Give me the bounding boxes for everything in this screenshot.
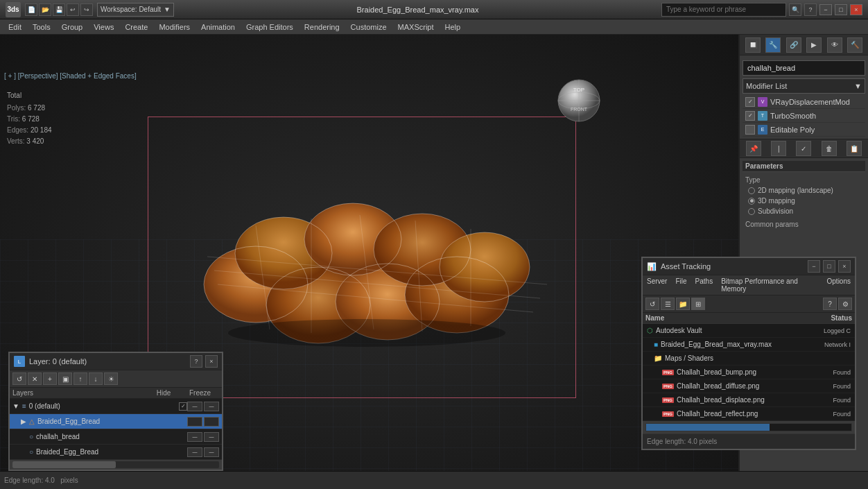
displace-label: Challah_bread_displace.png — [677, 396, 765, 404]
layer-row-default[interactable]: ▼ ≡ 0 (default) ✓ — — — [10, 399, 222, 414]
modifier-turbosmooth[interactable]: ✓ T TurboSmooth — [743, 109, 865, 123]
challah-hide-cell[interactable]: — — [187, 432, 202, 442]
layer-row-braided-obj[interactable]: ○ Braided_Egg_Bread — — — [10, 445, 222, 460]
radio-2d-dot[interactable] — [748, 187, 755, 194]
lp-highlight-button[interactable]: ☀ — [104, 372, 118, 385]
redo-button[interactable]: ↪ — [80, 3, 93, 16]
menu-animation[interactable]: Animation — [196, 22, 241, 33]
lp-delete-button[interactable]: ✕ — [28, 372, 42, 385]
asset-row-displace-name: PNG Challah_bread_displace.png — [662, 396, 795, 404]
asset-panel-min-button[interactable]: − — [808, 260, 820, 273]
asset-row-max-file[interactable]: ■ Braided_Egg_Bread_max_vray.max Network… — [643, 338, 855, 352]
close-button[interactable]: × — [850, 4, 862, 15]
navigation-sphere[interactable]: TOP FRONT — [555, 76, 603, 125]
asset-row-vault[interactable]: ⬡ Autodesk Vault Logged C — [643, 324, 855, 338]
rp-copy-icon[interactable]: 📋 — [847, 141, 862, 156]
asset-row-maps[interactable]: 📁 Maps / Shaders — [643, 352, 855, 366]
ap-list-button[interactable]: ☰ — [661, 298, 675, 310]
braided-hide-cell[interactable] — [187, 417, 202, 427]
asset-row-bump[interactable]: PNG Challah_bread_bump.png Found — [643, 366, 855, 379]
menu-modifiers[interactable]: Modifiers — [153, 22, 196, 33]
layer-row-braided[interactable]: ▶ △ Braided_Egg_Bread — [10, 414, 222, 429]
layer-default-visible-check[interactable]: ✓ — [179, 402, 187, 411]
ap-menu-bitmap[interactable]: Bitmap Performance and Memory — [720, 277, 819, 293]
modifier-turbo-checkbox[interactable]: ✓ — [745, 111, 755, 121]
layer-default-freeze-cell[interactable]: — — [204, 402, 219, 411]
rp-hierarchy-icon[interactable]: 🔗 — [786, 37, 801, 53]
max-file-label: Braided_Egg_Bread_max_vray.max — [661, 341, 772, 348]
menu-graph-editors[interactable]: Graph Editors — [241, 22, 299, 33]
menu-group[interactable]: Group — [56, 22, 89, 33]
search-button[interactable]: 🔍 — [789, 3, 801, 16]
layer-panel-close-button[interactable]: × — [205, 355, 218, 368]
rp-display-icon[interactable]: 👁 — [827, 37, 842, 53]
asset-row-diffuse[interactable]: PNG Challah_bread_diffuse.png Found — [643, 379, 855, 393]
ap-menu-options[interactable]: Options — [826, 277, 852, 293]
save-button[interactable]: 💾 — [53, 3, 65, 16]
braided-freeze-cell[interactable] — [204, 417, 219, 427]
lp-move-button[interactable]: ↑ — [73, 372, 87, 385]
asset-panel-close-button[interactable]: × — [838, 260, 851, 273]
lp-down-button[interactable]: ↓ — [89, 372, 103, 385]
lp-select-button[interactable]: ▣ — [58, 372, 72, 385]
modifier-vray[interactable]: ✓ V VRayDisplacementMod — [743, 95, 865, 109]
braided-obj-freeze-cell[interactable]: — — [204, 447, 219, 457]
help-info-button[interactable]: ? — [804, 3, 817, 16]
search-input[interactable] — [661, 3, 786, 17]
modifier-vray-checkbox[interactable]: ✓ — [745, 97, 755, 107]
lp-add-button[interactable]: + — [43, 372, 57, 385]
ap-browse-button[interactable]: 📁 — [676, 298, 690, 310]
rp-modify-icon[interactable]: 🔧 — [765, 37, 781, 53]
open-button[interactable]: 📂 — [39, 3, 51, 16]
asset-row-reflect[interactable]: PNG Challah_bread_reflect.png Found — [643, 407, 855, 421]
radio-2d-mapping[interactable]: 2D mapping (landscape) — [743, 185, 865, 196]
object-name-input[interactable] — [743, 60, 865, 76]
menu-maxscript[interactable]: MAXScript — [392, 22, 440, 33]
ap-refresh-button[interactable]: ↺ — [645, 298, 659, 310]
rp-create-icon[interactable]: 🔲 — [745, 37, 761, 53]
layer-default-hide-cell[interactable]: — — [187, 402, 202, 411]
modifier-epoly-checkbox[interactable] — [745, 125, 755, 135]
rp-delete-icon[interactable]: 🗑 — [822, 141, 837, 156]
modifier-epoly[interactable]: E Editable Poly — [743, 123, 865, 137]
rp-motion-icon[interactable]: ▶ — [806, 37, 822, 53]
menu-help[interactable]: Help — [440, 22, 467, 33]
lp-refresh-button[interactable]: ↺ — [12, 372, 26, 385]
ap-menu-paths[interactable]: Paths — [694, 277, 715, 293]
radio-subdivision[interactable]: Subdivision — [743, 206, 865, 216]
lp-scrollthumb[interactable] — [12, 461, 116, 468]
challah-freeze-cell[interactable]: — — [204, 432, 219, 442]
ap-help-button[interactable]: ? — [823, 298, 837, 310]
ap-menu-server[interactable]: Server — [645, 277, 668, 293]
reflect-png-badge: PNG — [662, 411, 674, 417]
rp-utilities-icon[interactable]: 🔨 — [847, 37, 862, 53]
rp-pin-icon[interactable]: 📌 — [746, 141, 761, 156]
ap-menu-file[interactable]: File — [674, 277, 688, 293]
layer-row-challah[interactable]: ○ challah_bread — — — [10, 429, 222, 445]
lp-scrollbar[interactable] — [12, 461, 219, 468]
new-button[interactable]: 📄 — [25, 3, 37, 16]
minimize-button[interactable]: − — [819, 4, 832, 15]
modifier-list-dropdown[interactable]: Modifier List ▼ — [743, 78, 865, 94]
menu-rendering[interactable]: Rendering — [299, 22, 345, 33]
menu-tools[interactable]: Tools — [27, 22, 56, 33]
asset-panel-max-button[interactable]: □ — [823, 260, 835, 273]
menu-customize[interactable]: Customize — [345, 22, 392, 33]
menu-views[interactable]: Views — [88, 22, 119, 33]
challah-obj-icon: ○ — [29, 433, 33, 440]
layer-panel-help-button[interactable]: ? — [190, 355, 202, 368]
radio-3d-dot[interactable] — [748, 198, 755, 205]
menu-create[interactable]: Create — [119, 22, 153, 33]
menu-edit[interactable]: Edit — [3, 22, 27, 33]
braided-obj-hide-cell[interactable]: — — [187, 447, 202, 457]
asset-row-displace[interactable]: PNG Challah_bread_displace.png Found — [643, 393, 855, 407]
rp-apply-icon[interactable]: ✓ — [796, 141, 811, 156]
ap-grid-button[interactable]: ⊞ — [691, 298, 705, 310]
maximize-button[interactable]: □ — [835, 4, 847, 15]
radio-subdiv-dot[interactable] — [748, 208, 755, 215]
ap-settings-button[interactable]: ⚙ — [838, 298, 852, 310]
rp-sub-icon[interactable]: | — [771, 141, 786, 156]
undo-button[interactable]: ↩ — [67, 3, 79, 16]
workspace-dropdown[interactable]: Workspace: Default ▼ — [97, 3, 174, 17]
radio-3d-mapping[interactable]: 3D mapping — [743, 196, 865, 206]
